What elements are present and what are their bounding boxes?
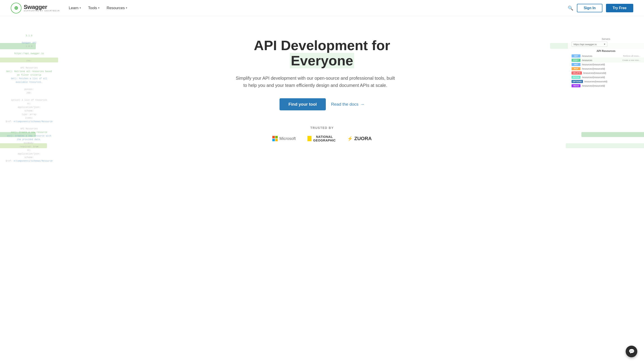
decorative-bar-right-3 [577, 58, 644, 62]
find-tool-button[interactable]: Find your tool [280, 98, 326, 110]
try-free-button[interactable]: Try Free [606, 4, 633, 12]
nav-link-resources[interactable]: Resources ▾ [107, 6, 127, 10]
read-docs-label: Read the docs [331, 102, 359, 107]
method-delete-badge: DELETE [572, 71, 582, 75]
national-geographic-logo: NationalGeographic [308, 135, 336, 142]
ms-blue [272, 139, 275, 141]
microsoft-text: Microsoft [280, 136, 296, 141]
trusted-label: TRUSTED BY [235, 126, 409, 130]
nav-right: 🔍 Sign In Try Free [568, 4, 633, 12]
logo-icon: ⊕ [11, 3, 22, 14]
api-path: /resources/{resourceId} [582, 68, 605, 70]
api-path: /resources [582, 55, 592, 57]
hero-content: API Development for Everyone Simplify yo… [235, 38, 409, 142]
nav-links: Learn ▾ Tools ▾ Resources ▾ [69, 6, 127, 10]
nav-link-learn[interactable]: Learn ▾ [69, 6, 81, 10]
api-panel-right: Servers https://api.swagger.io ▾ API Res… [568, 34, 644, 92]
decorative-bar-right-4 [566, 143, 644, 148]
api-row: PUT /resources/{resourceId} [572, 67, 640, 70]
nav-link-tools[interactable]: Tools ▾ [88, 6, 100, 10]
arrow-icon: → [360, 102, 364, 107]
servers-label: Servers [572, 38, 640, 40]
api-description: Retrieve all resou... [623, 55, 640, 57]
hero-title: API Development for Everyone [235, 38, 409, 68]
signin-button[interactable]: Sign In [577, 4, 602, 12]
nav-link-learn-label: Learn [69, 6, 78, 10]
api-row: DELETE /resources/{resourceId} [572, 71, 640, 75]
api-row: GET /resources/{resourceId} [572, 63, 640, 66]
microsoft-logo: Microsoft [272, 136, 296, 141]
method-put-badge: PUT [572, 67, 580, 70]
api-row: GET /resources Retrieve all resou... [572, 54, 640, 58]
decorative-bar-left-2 [0, 58, 58, 62]
zuora-text: ZUORA [354, 136, 372, 141]
natgeo-text: NationalGeographic [313, 135, 336, 142]
nav-link-tools-label: Tools [88, 6, 97, 10]
hero-buttons: Find your tool Read the docs → [235, 98, 409, 110]
chevron-down-icon: ▾ [80, 7, 81, 10]
nav-link-resources-label: Resources [107, 6, 125, 10]
logo-name: Swagger [24, 4, 60, 10]
hero-title-highlight: Everyone [290, 53, 354, 68]
ms-green [275, 136, 278, 138]
ms-red [272, 136, 275, 138]
trusted-section: TRUSTED BY Microsoft NationalGeographic [235, 126, 409, 142]
hero-title-part1: API Development for [254, 38, 390, 53]
decorative-bar-left-1 [0, 43, 36, 49]
chevron-down-icon: ▾ [126, 7, 127, 10]
decorative-bar-left-3 [0, 132, 36, 137]
logo-text: Swagger Supported by SMARTBEAR [24, 4, 60, 12]
api-path: /resources/{resourceId} [582, 85, 605, 87]
method-head-badge: HEAD [572, 84, 580, 87]
method-options-badge: OPTIONS [572, 80, 583, 83]
natgeo-rect-icon [308, 136, 312, 141]
navbar: ⊕ Swagger Supported by SMARTBEAR Learn ▾… [0, 0, 644, 16]
zuora-icon: ⚡ [347, 136, 353, 141]
trusted-logos: Microsoft NationalGeographic ⚡ ZUORA [235, 135, 409, 142]
microsoft-grid-icon [272, 136, 278, 141]
logo-sub: Supported by SMARTBEAR [24, 10, 60, 12]
api-resources-label: API Resources [572, 50, 640, 53]
nav-left: ⊕ Swagger Supported by SMARTBEAR Learn ▾… [11, 3, 127, 14]
ms-yellow [275, 139, 278, 141]
api-row: OPTIONS /resources/{resourceId} [572, 80, 640, 83]
zuora-logo: ⚡ ZUORA [347, 136, 372, 141]
decorative-bar-left-4 [0, 143, 47, 148]
api-row: HEAD /resources/{resourceId} [572, 84, 640, 87]
hero-subtitle: Simplify your API development with our o… [235, 75, 396, 89]
hero-section: 3.1.6 Swagger API 1.0.0 https://api.swag… [0, 16, 644, 168]
logo[interactable]: ⊕ Swagger Supported by SMARTBEAR [11, 3, 60, 14]
search-icon[interactable]: 🔍 [568, 5, 573, 11]
api-path: /resources/{resourceId} [583, 72, 606, 74]
method-patch-badge: PATCH [572, 76, 580, 79]
chevron-down-icon: ▾ [98, 7, 100, 10]
method-get-badge: GET [572, 54, 580, 58]
decorative-bar-right-2 [550, 43, 644, 49]
read-docs-button[interactable]: Read the docs → [331, 102, 365, 107]
method-get-badge: GET [572, 63, 580, 66]
api-path: /resources/{resourceId} [582, 76, 605, 79]
decorative-bar-right-1 [582, 132, 644, 137]
api-row: PATCH /resources/{resourceId} [572, 76, 640, 79]
api-path: /resources/{resourceId} [584, 80, 607, 83]
api-path: /resources/{resourceId} [582, 63, 605, 66]
